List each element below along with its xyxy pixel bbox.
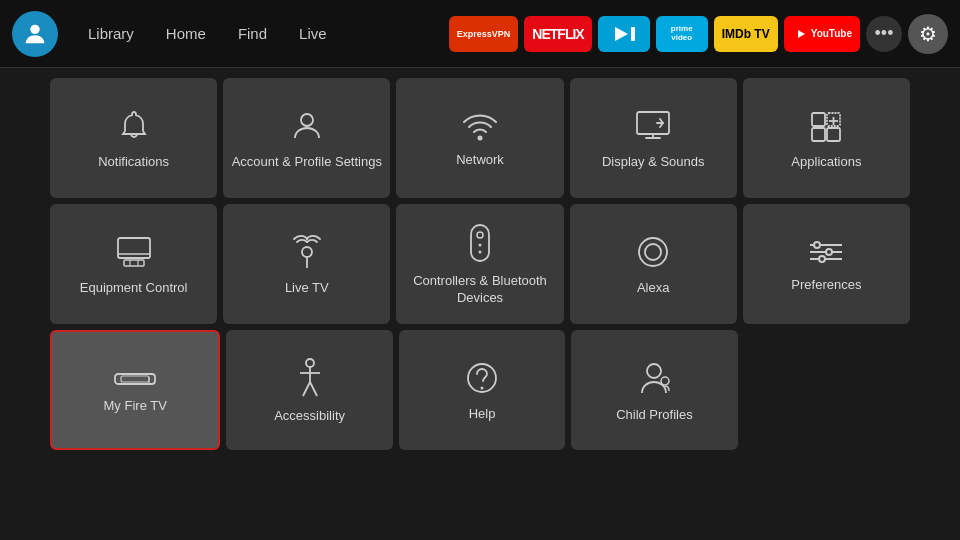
svg-point-43: [647, 364, 661, 378]
grid-cell-help[interactable]: Help: [399, 330, 565, 450]
svg-rect-34: [121, 376, 149, 382]
svg-point-6: [478, 135, 483, 140]
grid-row-3: My Fire TV Accessibility: [50, 330, 910, 450]
svg-point-23: [479, 244, 482, 247]
app-netflix[interactable]: NETFLIX: [524, 16, 591, 52]
grid-cell-live-tv[interactable]: Live TV: [223, 204, 390, 324]
equipment-control-label: Equipment Control: [80, 280, 188, 297]
help-label: Help: [469, 406, 496, 423]
grid-cell-applications[interactable]: Applications: [743, 78, 910, 198]
svg-rect-21: [471, 225, 489, 261]
settings-grid: Notifications Account & Profile Settings: [0, 68, 960, 540]
svg-point-44: [661, 377, 669, 385]
grid-cell-equipment-control[interactable]: Equipment Control: [50, 204, 217, 324]
alexa-label: Alexa: [637, 280, 670, 297]
grid-cell-controllers-bluetooth[interactable]: Controllers & Bluetooth Devices: [396, 204, 563, 324]
controllers-bluetooth-label: Controllers & Bluetooth Devices: [404, 273, 555, 307]
settings-button[interactable]: ⚙: [908, 14, 948, 54]
accessibility-icon: [295, 358, 325, 398]
nav-find[interactable]: Find: [224, 19, 281, 48]
app-youtube[interactable]: YouTube: [784, 16, 860, 52]
applications-label: Applications: [791, 154, 861, 171]
grid-row-1: Notifications Account & Profile Settings: [50, 78, 910, 198]
svg-line-40: [310, 382, 317, 396]
grid-cell-preferences[interactable]: Preferences: [743, 204, 910, 324]
svg-rect-14: [118, 238, 150, 258]
grid-cell-display-sounds[interactable]: Display & Sounds: [570, 78, 737, 198]
svg-rect-13: [827, 128, 840, 141]
nav-home[interactable]: Home: [152, 19, 220, 48]
svg-point-24: [479, 251, 482, 254]
svg-rect-8: [812, 113, 825, 126]
svg-rect-2: [631, 27, 635, 41]
svg-point-22: [477, 232, 483, 238]
app-expressvpn[interactable]: ExpressVPN: [449, 16, 519, 52]
svg-rect-30: [814, 242, 820, 248]
svg-point-42: [481, 386, 484, 389]
help-icon: [464, 360, 500, 396]
display-sounds-label: Display & Sounds: [602, 154, 705, 171]
accessibility-label: Accessibility: [274, 408, 345, 425]
account-profile-label: Account & Profile Settings: [232, 154, 382, 171]
svg-point-25: [639, 238, 667, 266]
grid-cell-empty: [744, 330, 910, 450]
svg-point-5: [301, 114, 313, 126]
svg-rect-7: [637, 112, 669, 134]
svg-point-0: [30, 24, 39, 33]
nav-live[interactable]: Live: [285, 19, 341, 48]
svg-rect-31: [826, 249, 832, 255]
apps-icon: [806, 108, 846, 144]
svg-marker-1: [615, 27, 628, 41]
svg-rect-12: [812, 128, 825, 141]
nav-library[interactable]: Library: [74, 19, 148, 48]
app-imdb[interactable]: IMDb TV: [714, 16, 778, 52]
network-label: Network: [456, 152, 504, 169]
app-icons: ExpressVPN NETFLIX primevideo IMDb TV Yo…: [449, 14, 948, 54]
person-icon: [289, 108, 325, 144]
sliders-icon: [806, 237, 846, 267]
grid-cell-alexa[interactable]: Alexa: [570, 204, 737, 324]
more-button[interactable]: •••: [866, 16, 902, 52]
notifications-label: Notifications: [98, 154, 169, 171]
wifi-icon: [460, 110, 500, 142]
my-fire-tv-label: My Fire TV: [104, 398, 167, 415]
svg-point-36: [306, 359, 314, 367]
alexa-icon: [635, 234, 671, 270]
svg-rect-32: [819, 256, 825, 262]
topbar: Library Home Find Live ExpressVPN NETFLI…: [0, 0, 960, 68]
svg-point-26: [645, 244, 661, 260]
grid-cell-my-fire-tv[interactable]: My Fire TV: [50, 330, 220, 450]
firestick-icon: [113, 368, 157, 388]
svg-point-19: [302, 247, 312, 257]
app-prime[interactable]: primevideo: [656, 16, 708, 52]
bell-icon: [116, 108, 152, 144]
remote-icon: [468, 223, 492, 263]
child-profiles-icon: [635, 359, 673, 397]
grid-cell-notifications[interactable]: Notifications: [50, 78, 217, 198]
grid-cell-network[interactable]: Network: [396, 78, 563, 198]
live-tv-label: Live TV: [285, 280, 329, 297]
display-icon: [633, 108, 673, 144]
grid-cell-child-profiles[interactable]: Child Profiles: [571, 330, 737, 450]
child-profiles-label: Child Profiles: [616, 407, 693, 424]
monitor-icon: [114, 234, 154, 270]
preferences-label: Preferences: [791, 277, 861, 294]
app-freevee[interactable]: [598, 16, 650, 52]
grid-cell-accessibility[interactable]: Accessibility: [226, 330, 392, 450]
grid-row-2: Equipment Control Live TV: [50, 204, 910, 324]
nav-links: Library Home Find Live: [74, 19, 341, 48]
svg-line-39: [303, 382, 310, 396]
antenna-icon: [289, 234, 325, 270]
avatar[interactable]: [12, 11, 58, 57]
grid-cell-account-profile[interactable]: Account & Profile Settings: [223, 78, 390, 198]
svg-rect-16: [124, 260, 144, 266]
